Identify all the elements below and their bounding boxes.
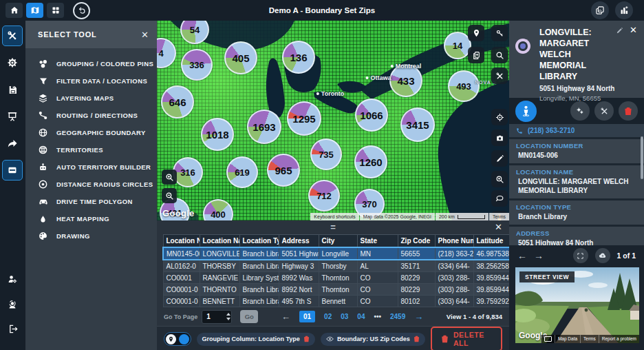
column-header[interactable]: Address	[279, 235, 319, 248]
table-cell[interactable]: Branch Library	[239, 247, 279, 260]
phone-row[interactable]: (218) 363-2710	[509, 124, 644, 139]
column-header[interactable]: Zip Code	[398, 235, 435, 248]
expand-icon[interactable]	[573, 248, 588, 263]
zoom-search-button[interactable]	[491, 171, 508, 187]
tool-item-filter[interactable]: FILTER DATA / LOCATIONS	[25, 72, 157, 90]
table-cell[interactable]: 80229	[398, 284, 435, 296]
grouping-chip[interactable]: Grouping Column: Location Type	[197, 333, 315, 346]
terms-link[interactable]: Terms	[489, 213, 509, 220]
tool-item-layering[interactable]: LAYERING MAPS	[25, 90, 157, 107]
tool-item-drawing[interactable]: DRAWING	[25, 227, 157, 245]
next-record-icon[interactable]: →	[534, 250, 544, 261]
table-cell[interactable]: 38.256258	[473, 260, 511, 272]
tool-item-routing[interactable]: ROUTING / DIRECTIONS	[25, 107, 157, 124]
table-cell[interactable]: Longville	[319, 247, 357, 260]
sidebar-item-support[interactable]	[2, 294, 23, 315]
delete-all-button[interactable]: DELETE ALL	[431, 327, 502, 350]
table-cell[interactable]: (218) 363-2710	[435, 247, 473, 260]
prev-record-icon[interactable]: ←	[517, 250, 527, 261]
map-cluster-712[interactable]: 712	[308, 180, 340, 212]
map-cluster-54[interactable]: 54	[180, 21, 209, 44]
column-header[interactable]: City	[319, 235, 357, 248]
table-cell[interactable]: (303) 288-	[435, 284, 473, 296]
column-header[interactable]: Location Type	[239, 235, 279, 248]
sidebar-item-settings[interactable]	[2, 52, 23, 73]
cloud-upload-icon[interactable]	[595, 248, 610, 263]
table-cell[interactable]: 46.987538	[473, 247, 511, 260]
map-cluster-336[interactable]: 336	[181, 49, 213, 81]
table-cell[interactable]: THORNTO	[200, 284, 239, 296]
page-stepper[interactable]	[226, 313, 230, 320]
tool-item-grouping[interactable]: GROUPING / COLORED PINS	[25, 55, 157, 72]
drag-handle[interactable]: =	[330, 222, 336, 232]
table-cell[interactable]: CO	[357, 296, 398, 307]
table-cell[interactable]: 39.859944	[473, 272, 511, 284]
table-cell[interactable]: Branch Library	[239, 284, 279, 296]
sidebar-item-share[interactable]	[2, 133, 23, 154]
column-header[interactable]: Location Number	[163, 235, 200, 248]
table-view-button[interactable]	[47, 3, 64, 18]
table-cell[interactable]: THORSBY	[200, 260, 239, 272]
close-data-panel-icon[interactable]: ✕	[495, 222, 502, 232]
table-cell[interactable]: Bennett	[319, 296, 357, 307]
tool-item-radius[interactable]: DISTANCE RADIUS CIRCLES	[25, 176, 157, 193]
table-row[interactable]: AL0162-0THORSBYBranch LibraryHighway 3Th…	[163, 260, 548, 272]
map-cluster-400[interactable]: 400	[203, 199, 233, 220]
table-row[interactable]: CO0001-0BENNETTBranch Library495 7th SBe…	[163, 296, 548, 307]
map-cluster-619[interactable]: 619	[226, 156, 258, 188]
map-cluster-735[interactable]: 735	[310, 138, 342, 170]
edit-icon[interactable]	[616, 27, 623, 34]
remove-grouping-icon[interactable]	[303, 336, 310, 342]
table-cell[interactable]: 5051 Highway 84 North	[279, 247, 319, 260]
map-cluster-405[interactable]: 405	[224, 41, 257, 74]
page-link-03[interactable]: 03	[341, 313, 348, 320]
delete-location-button[interactable]	[619, 101, 638, 121]
table-cell[interactable]: CO	[357, 284, 398, 296]
sidebar-item-account[interactable]	[2, 269, 23, 289]
map-cluster-1260[interactable]: 1260	[354, 145, 387, 178]
table-cell[interactable]: Thornton	[319, 272, 357, 284]
add-building-button[interactable]	[615, 1, 633, 19]
detail-scrollbar[interactable]	[641, 136, 643, 179]
table-cell[interactable]: Highway 3	[279, 260, 319, 272]
remove-boundary-icon[interactable]	[414, 336, 420, 342]
map-cluster-3415[interactable]: 3415	[400, 107, 435, 142]
sidebar-item-save[interactable]	[2, 79, 23, 100]
lasso-button[interactable]	[491, 190, 508, 207]
table-cell[interactable]: Branch Library	[239, 260, 279, 272]
table-cell[interactable]: 80229	[398, 272, 435, 284]
location-settings-button[interactable]	[570, 101, 590, 121]
edit-map-button[interactable]	[491, 150, 508, 167]
boundary-chip[interactable]: Boundary: US Zip Codes	[321, 333, 425, 346]
table-cell[interactable]: AL	[357, 260, 398, 272]
add-pin-button[interactable]	[468, 25, 484, 41]
page-link-2459[interactable]: 2459	[390, 313, 405, 320]
map-cluster-1295[interactable]: 1295	[287, 101, 321, 136]
column-header[interactable]: Latitude	[473, 235, 511, 248]
prev-page-icon[interactable]: ←	[281, 311, 290, 322]
close-detail-icon[interactable]: ✕	[630, 25, 637, 35]
keyboard-shortcuts-link[interactable]: Keyboard shortcuts	[310, 213, 358, 220]
table-cell[interactable]: BENNETT	[200, 296, 239, 307]
route-key-button[interactable]	[491, 25, 508, 41]
map-cluster-433[interactable]: 433	[389, 64, 422, 97]
street-view-button[interactable]	[515, 101, 537, 122]
map-tools-button[interactable]	[491, 68, 508, 84]
street-view-image[interactable]: STREET VIEW Google Map Data Terms Report…	[515, 267, 639, 343]
pins-visibility-toggle[interactable]	[164, 332, 191, 346]
table-cell[interactable]: CO	[357, 272, 398, 284]
table-cell[interactable]: Thornton	[319, 284, 357, 296]
table-cell[interactable]: Library System	[239, 272, 279, 284]
map-cluster-646[interactable]: 646	[161, 85, 194, 119]
column-header[interactable]: Location Name	[200, 235, 239, 248]
table-cell[interactable]: AL0162-0	[163, 260, 200, 272]
table-cell[interactable]: 8992 Was	[279, 272, 319, 284]
undo-button[interactable]	[73, 2, 90, 19]
table-row[interactable]: MN0145-006LONGVILLE: MARGARET WELCH MEMO…	[163, 247, 548, 260]
column-header[interactable]: Phone Number	[435, 235, 473, 248]
screenshot-button[interactable]	[591, 1, 609, 19]
map-cluster-14[interactable]: 14	[444, 32, 471, 59]
copy-data-button[interactable]	[468, 47, 484, 63]
map-cluster-4[interactable]: 4	[157, 38, 176, 68]
table-row[interactable]: CO0001-0THORNTOBranch Library8992 NortTh…	[163, 284, 548, 296]
